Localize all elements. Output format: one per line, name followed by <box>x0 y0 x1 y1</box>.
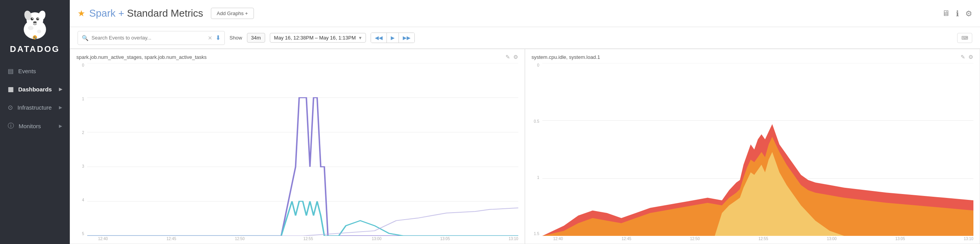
title-prefix: Spark <box>89 7 116 19</box>
title-connector: + <box>118 7 127 19</box>
search-clear-icon[interactable]: ✕ <box>208 35 212 41</box>
add-graphs-button[interactable]: Add Graphs + <box>211 8 254 19</box>
dashboards-chevron-icon: ▶ <box>59 87 62 92</box>
chart-settings-icon-2[interactable]: ⚙ <box>968 54 973 60</box>
svg-point-9 <box>28 26 33 30</box>
page-header: ★ Spark + Standard Metrics Add Graphs + … <box>70 0 980 27</box>
favorite-star-icon[interactable]: ★ <box>78 9 85 19</box>
settings-icon[interactable]: ⚙ <box>965 9 972 18</box>
x-axis-labels-2: 12:40 12:45 12:50 12:55 13:00 13:05 13:1… <box>542 236 973 244</box>
sidebar-navigation: ▤ Events ▦ Dashboards ▶ ⊙ Infrastructure… <box>0 62 70 136</box>
datadog-logo-icon: 🐾 <box>17 8 52 43</box>
search-box: 🔍 ✕ ⬇ <box>78 31 225 45</box>
charts-area: spark.job.num_active_stages, spark.job.n… <box>70 49 980 244</box>
sidebar-item-events[interactable]: ▤ Events <box>0 62 70 80</box>
svg-point-8 <box>33 21 37 23</box>
show-label: Show <box>229 35 242 41</box>
monitors-chevron-icon: ▶ <box>59 124 62 129</box>
toolbar: 🔍 ✕ ⬇ Show 34m May 16, 12:38PM – May 16,… <box>70 27 980 49</box>
info-icon[interactable]: ℹ <box>956 9 959 18</box>
monitors-icon: ⓘ <box>8 122 14 130</box>
svg-text:🐾: 🐾 <box>33 36 37 40</box>
add-graphs-label: Add Graphs + <box>217 10 248 16</box>
time-range-chevron-icon: ▾ <box>359 35 362 41</box>
sidebar-item-monitors[interactable]: ⓘ Monitors ▶ <box>0 117 70 136</box>
sidebar-label-infrastructure: Infrastructure <box>17 104 52 111</box>
time-play-button[interactable]: ▶ <box>387 33 399 43</box>
events-icon: ▤ <box>8 67 14 75</box>
svg-point-6 <box>32 18 33 19</box>
sidebar-label-monitors: Monitors <box>19 123 41 129</box>
chart-edit-icon-2[interactable]: ✎ <box>961 54 965 60</box>
chart-body-1: 5 4 3 2 1 0 <box>76 63 518 244</box>
sidebar-label-events: Events <box>18 68 36 74</box>
search-icon: 🔍 <box>82 35 88 41</box>
search-power-icon[interactable]: ⬇ <box>216 34 221 41</box>
brand-label: DATADOG <box>10 44 60 54</box>
x-axis-labels-1: 12:40 12:45 12:50 12:55 13:00 13:05 13:1… <box>87 236 518 244</box>
chart-edit-icon-1[interactable]: ✎ <box>506 54 510 60</box>
time-range-label: May 16, 12:38PM – May 16, 1:13PM <box>274 35 356 41</box>
time-range-selector[interactable]: May 16, 12:38PM – May 16, 1:13PM ▾ <box>270 33 366 43</box>
chart-title-1: spark.job.num_active_stages, spark.job.n… <box>76 54 506 60</box>
chart-settings-icon-1[interactable]: ⚙ <box>513 54 518 60</box>
time-back-button[interactable]: ◀◀ <box>371 33 387 43</box>
title-suffix: Standard Metrics <box>127 7 204 19</box>
sidebar-item-dashboards[interactable]: ▦ Dashboards ▶ <box>0 80 70 98</box>
main-content: ★ Spark + Standard Metrics Add Graphs + … <box>70 0 980 244</box>
page-title: Spark + Standard Metrics <box>89 7 203 19</box>
chart-title-2: system.cpu.idle, system.load.1 <box>531 54 961 60</box>
keyboard-icon-symbol: ⌨ <box>961 35 968 41</box>
y-axis-1: 5 4 3 2 1 0 <box>76 63 87 244</box>
infrastructure-chevron-icon: ▶ <box>59 105 62 110</box>
chart-body-2: 1.5 1 0.5 0 <box>531 63 973 244</box>
header-actions: 🖥 ℹ ⚙ <box>942 9 972 18</box>
svg-point-10 <box>37 30 41 33</box>
sidebar-label-dashboards: Dashboards <box>18 86 52 93</box>
chart-actions-1: ✎ ⚙ <box>506 54 518 60</box>
time-navigation: ◀◀ ▶ ▶▶ <box>371 33 415 43</box>
infrastructure-icon: ⊙ <box>8 104 13 111</box>
sidebar: 🐾 DATADOG ▤ Events ▦ Dashboards ▶ ⊙ Infr… <box>0 0 70 244</box>
svg-point-7 <box>38 18 39 19</box>
chart-panel-2: system.cpu.idle, system.load.1 ✎ ⚙ 1.5 1… <box>525 49 980 244</box>
sidebar-logo: 🐾 DATADOG <box>0 0 70 58</box>
chart-panel-1: spark.job.num_active_stages, spark.job.n… <box>70 49 525 244</box>
chart-actions-2: ✎ ⚙ <box>961 54 973 60</box>
chart-svg-1 <box>87 63 518 236</box>
keyboard-shortcut-button[interactable]: ⌨ <box>957 33 972 43</box>
time-duration-badge[interactable]: 34m <box>247 33 265 43</box>
time-forward-button[interactable]: ▶▶ <box>399 33 414 43</box>
monitor-icon[interactable]: 🖥 <box>942 9 950 18</box>
sidebar-item-infrastructure[interactable]: ⊙ Infrastructure ▶ <box>0 98 70 117</box>
chart-header-2: system.cpu.idle, system.load.1 ✎ ⚙ <box>531 54 973 60</box>
y-axis-2: 1.5 1 0.5 0 <box>531 63 542 244</box>
chart-header-1: spark.job.num_active_stages, spark.job.n… <box>76 54 518 60</box>
chart-svg-2 <box>542 63 973 236</box>
search-input[interactable] <box>91 35 205 41</box>
dashboards-icon: ▦ <box>8 86 14 93</box>
